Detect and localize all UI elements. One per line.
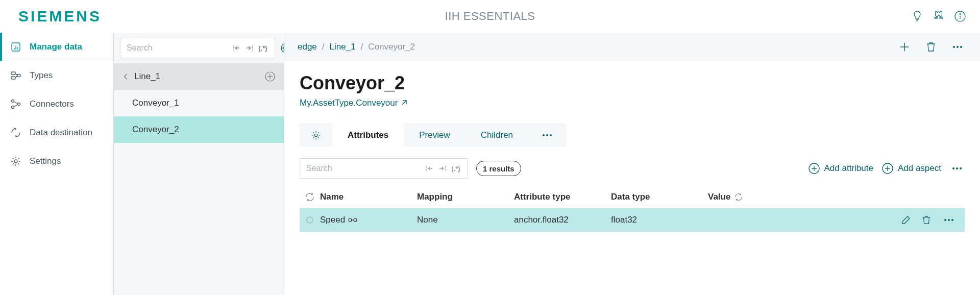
refresh-icon[interactable] bbox=[734, 193, 743, 201]
info-icon[interactable] bbox=[954, 11, 966, 22]
tab-more[interactable] bbox=[528, 124, 566, 147]
cell-data-type: float32 bbox=[611, 215, 708, 225]
tree-parent-row[interactable]: Line_1 bbox=[114, 63, 284, 90]
page-title: Conveyor_2 bbox=[300, 72, 965, 94]
svg-point-16 bbox=[12, 100, 14, 103]
link-icon bbox=[348, 216, 357, 224]
attributes-toolbar: (.*) 1 results Add attribute bbox=[300, 158, 965, 179]
tree-search-box[interactable]: (.*) bbox=[120, 38, 275, 58]
add-aspect-button[interactable]: Add aspect bbox=[881, 162, 941, 175]
tree-search-input[interactable] bbox=[126, 43, 230, 53]
regex-icon[interactable]: (.*) bbox=[256, 42, 270, 54]
more-attributes-icon[interactable] bbox=[949, 164, 965, 173]
cell-attribute-type: anchor.float32 bbox=[514, 215, 611, 225]
svg-line-34 bbox=[402, 101, 406, 105]
add-attribute-button[interactable]: Add attribute bbox=[808, 162, 873, 175]
breadcrumb-root[interactable]: edge bbox=[298, 42, 317, 52]
collapse-out-icon[interactable] bbox=[243, 42, 256, 54]
tree-panel: (.*) Line_1 Conveyor_1 bbox=[114, 33, 284, 295]
svg-line-19 bbox=[14, 102, 17, 104]
asset-type-link[interactable]: My.AssetType.Conveyour bbox=[300, 98, 965, 108]
svg-line-15 bbox=[15, 76, 17, 78]
svg-rect-2 bbox=[935, 18, 938, 18]
nav-types[interactable]: Types bbox=[0, 61, 113, 90]
app-title: IIH ESSENTIALS bbox=[445, 10, 535, 23]
tree-search-bar: (.*) bbox=[114, 33, 284, 63]
collapse-in-icon[interactable] bbox=[230, 42, 243, 54]
attributes-search-box[interactable]: (.*) bbox=[300, 158, 468, 179]
svg-rect-13 bbox=[17, 75, 20, 77]
tab-settings[interactable] bbox=[300, 124, 332, 147]
sidebar: Manage data Types Connectors Data destin… bbox=[0, 33, 114, 295]
nav-manage-data[interactable]: Manage data bbox=[0, 33, 113, 61]
tab-children[interactable]: Children bbox=[465, 124, 528, 147]
main-content: edge / Line_1 / Conveyor_2 Conve bbox=[284, 33, 980, 295]
collapse-out-icon[interactable] bbox=[436, 163, 449, 174]
tab-preview[interactable]: Preview bbox=[404, 124, 465, 147]
svg-point-17 bbox=[12, 106, 14, 109]
trash-icon[interactable] bbox=[922, 38, 940, 56]
table-header: Name Mapping Attribute type Data type Va… bbox=[300, 186, 965, 208]
add-attribute-label: Add attribute bbox=[824, 163, 873, 174]
collapse-in-icon[interactable] bbox=[423, 163, 436, 174]
svg-point-6 bbox=[960, 14, 961, 15]
types-icon bbox=[10, 70, 21, 81]
svg-point-35 bbox=[314, 134, 317, 136]
col-value-label: Value bbox=[708, 192, 730, 202]
table-row[interactable]: Speed None anchor.float32 float32 bbox=[300, 208, 965, 232]
col-attribute-type[interactable]: Attribute type bbox=[514, 192, 611, 202]
tab-attributes[interactable]: Attributes bbox=[332, 124, 404, 147]
svg-rect-11 bbox=[11, 72, 15, 75]
feedback-icon[interactable] bbox=[933, 11, 944, 22]
add-icon[interactable] bbox=[895, 38, 914, 56]
connectors-icon bbox=[10, 99, 21, 110]
edit-icon[interactable] bbox=[900, 214, 912, 226]
nav-settings[interactable]: Settings bbox=[0, 147, 113, 176]
regex-icon[interactable]: (.*) bbox=[449, 163, 462, 174]
nav-connectors[interactable]: Connectors bbox=[0, 90, 113, 118]
refresh-icon[interactable] bbox=[300, 192, 320, 202]
row-actions bbox=[900, 214, 965, 226]
tree-parent-label: Line_1 bbox=[134, 71, 160, 82]
svg-rect-3 bbox=[940, 18, 943, 18]
svg-point-18 bbox=[18, 103, 20, 106]
tree-item-conveyor1[interactable]: Conveyor_1 bbox=[114, 90, 284, 116]
breadcrumb-current: Conveyor_2 bbox=[368, 42, 415, 52]
nav-label: Data destination bbox=[30, 128, 92, 138]
trash-icon[interactable] bbox=[921, 214, 932, 226]
breadcrumb: edge / Line_1 / Conveyor_2 bbox=[298, 42, 415, 52]
tree-item-label: Conveyor_2 bbox=[132, 125, 179, 135]
breadcrumb-separator: / bbox=[322, 42, 325, 52]
svg-line-14 bbox=[15, 73, 17, 76]
tree-item-conveyor2[interactable]: Conveyor_2 bbox=[114, 116, 284, 143]
cell-name: Speed bbox=[320, 215, 417, 225]
col-data-type[interactable]: Data type bbox=[611, 192, 708, 202]
more-icon[interactable] bbox=[948, 38, 967, 56]
plus-circle-icon bbox=[808, 162, 820, 175]
gear-icon bbox=[10, 156, 21, 167]
header-actions bbox=[912, 11, 966, 22]
lightbulb-icon[interactable] bbox=[912, 11, 923, 22]
col-mapping[interactable]: Mapping bbox=[417, 192, 514, 202]
add-child-icon[interactable] bbox=[264, 71, 276, 82]
col-value[interactable]: Value bbox=[708, 192, 965, 202]
app-header: SIEMENS IIH ESSENTIALS bbox=[0, 0, 980, 33]
nav-label: Settings bbox=[30, 156, 61, 166]
nav-label: Types bbox=[30, 70, 53, 81]
attributes-search-input[interactable] bbox=[305, 163, 423, 174]
breadcrumb-separator: / bbox=[361, 42, 363, 52]
topbar: edge / Line_1 / Conveyor_2 bbox=[284, 33, 980, 61]
manage-data-icon bbox=[10, 41, 21, 53]
col-name[interactable]: Name bbox=[320, 192, 417, 202]
row-select[interactable] bbox=[300, 216, 320, 224]
breadcrumb-level1[interactable]: Line_1 bbox=[330, 42, 356, 52]
data-destination-icon bbox=[10, 127, 21, 138]
asset-type-label: My.AssetType.Conveyour bbox=[300, 98, 398, 108]
nav-label: Connectors bbox=[30, 99, 74, 109]
row-more-icon[interactable] bbox=[941, 216, 957, 224]
gear-icon bbox=[311, 130, 321, 140]
svg-point-21 bbox=[14, 160, 17, 163]
nav-data-destination[interactable]: Data destination bbox=[0, 118, 113, 147]
svg-line-20 bbox=[14, 105, 17, 107]
attributes-table: Name Mapping Attribute type Data type Va… bbox=[300, 186, 965, 232]
